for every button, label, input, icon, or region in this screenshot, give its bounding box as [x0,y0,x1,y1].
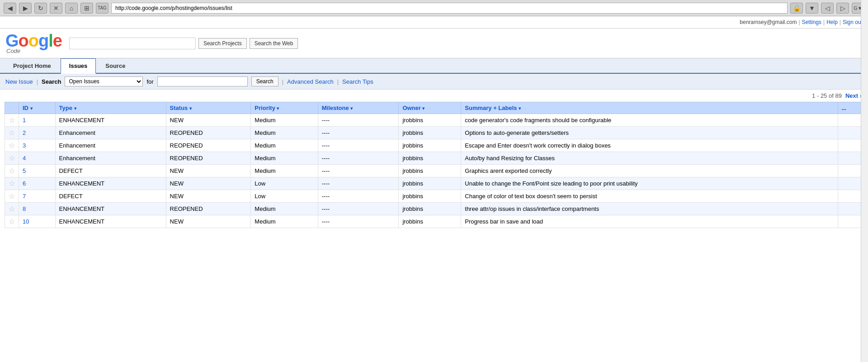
table-row: ☆ 6 ENHANCEMENT NEW Low ---- jrobbins Un… [5,177,863,190]
stop-button[interactable]: ✕ [50,3,62,14]
issue-summary: three attr/op issues in class/interface … [461,203,838,215]
signout-link[interactable]: Sign out [843,19,863,25]
issue-status: NEW [166,165,251,177]
forward-button[interactable]: ▶ [19,3,32,14]
tab-issues[interactable]: Issues [61,58,96,74]
pagination-range: 1 - 25 of 89 [812,92,842,99]
issue-owner: jrobbins [399,190,461,203]
issue-owner: jrobbins [399,203,461,215]
col-star [5,102,19,114]
advanced-search-link[interactable]: Advanced Search [287,78,334,85]
issue-id-link[interactable]: 3 [23,142,26,149]
help-link[interactable]: Help [826,19,838,25]
col-id[interactable]: ID ▾ [19,102,56,114]
issue-milestone: ---- [318,215,399,228]
back-button[interactable]: ◀ [4,3,16,14]
issue-type: DEFECT [55,190,166,203]
search-web-button[interactable]: Search the Web [250,38,298,49]
issue-id-link[interactable]: 2 [23,129,26,136]
star-cell[interactable]: ☆ [5,215,19,228]
star-cell[interactable]: ☆ [5,127,19,139]
issue-id: 8 [19,203,56,215]
global-search-input[interactable] [69,38,196,49]
issue-id-link[interactable]: 6 [23,180,26,187]
home-button[interactable]: ⌂ [65,3,78,14]
issue-id-link[interactable]: 10 [23,218,29,225]
ssl-icon: 🔒 [790,3,803,14]
address-bar[interactable] [111,3,788,14]
scrollbar[interactable] [861,0,868,228]
issue-owner: jrobbins [399,177,461,190]
user-info: benramsey@gmail.com | Settings | Help | … [740,19,863,25]
table-row: ☆ 5 DEFECT NEW Medium ---- jrobbins Grap… [5,165,863,177]
col-priority[interactable]: Priority ▾ [251,102,318,114]
star-icon[interactable]: ☆ [9,180,15,187]
star-cell[interactable]: ☆ [5,203,19,215]
issue-id: 10 [19,215,56,228]
nav-prev[interactable]: ◁ [821,3,834,14]
nav-next[interactable]: ▷ [836,3,849,14]
issue-id-link[interactable]: 1 [23,117,26,124]
col-summary[interactable]: Summary + Labels ▾ [461,102,838,114]
tab-source[interactable]: Source [97,58,134,73]
star-cell[interactable]: ☆ [5,114,19,127]
star-icon[interactable]: ☆ [9,192,15,200]
col-owner[interactable]: Owner ▾ [399,102,461,114]
col-status[interactable]: Status ▾ [166,102,251,114]
search-tips-link[interactable]: Search Tips [342,78,373,85]
browser-chrome: ◀ ▶ ↻ ✕ ⌂ ⊞ TAG 🔒 ▼ ◁ ▷ G▼ [0,0,868,16]
issue-priority: Medium [251,165,318,177]
col-type[interactable]: Type ▾ [55,102,166,114]
star-cell[interactable]: ☆ [5,165,19,177]
issue-milestone: ---- [318,203,399,215]
issue-search-input[interactable] [157,76,248,86]
go-button[interactable]: ▼ [806,3,818,14]
star-icon[interactable]: ☆ [9,154,15,162]
issue-status: REOPENED [166,139,251,152]
tab-project-home[interactable]: Project Home [5,58,60,73]
star-icon[interactable]: ☆ [9,142,15,149]
star-icon[interactable]: ☆ [9,167,15,175]
issue-status: NEW [166,177,251,190]
star-icon[interactable]: ☆ [9,218,15,225]
issue-more [838,215,863,228]
issue-status: REOPENED [166,203,251,215]
star-cell[interactable]: ☆ [5,177,19,190]
issue-id-link[interactable]: 7 [23,193,26,200]
table-header-row: ID ▾ Type ▾ Status ▾ Priority ▾ Mileston… [5,102,863,114]
star-cell[interactable]: ☆ [5,139,19,152]
issue-id-link[interactable]: 4 [23,155,26,162]
star-icon[interactable]: ☆ [9,129,15,137]
tag-button[interactable]: TAG [96,3,108,14]
new-issue-link[interactable]: New Issue [5,78,33,85]
filter-select[interactable]: Open Issues All Issues Open and owned by… [65,76,143,86]
issue-id: 3 [19,139,56,152]
star-icon[interactable]: ☆ [9,205,15,213]
refresh-button[interactable]: ↻ [34,3,47,14]
issue-id-link[interactable]: 8 [23,205,26,212]
issue-summary: code generator's code fragments should b… [461,114,838,127]
issue-id-link[interactable]: 5 [23,167,26,174]
col-milestone[interactable]: Milestone ▾ [318,102,399,114]
issue-milestone: ---- [318,177,399,190]
issue-id: 6 [19,177,56,190]
issue-more [838,139,863,152]
col-more[interactable]: ... [838,102,863,114]
issue-milestone: ---- [318,114,399,127]
table-row: ☆ 10 ENHANCEMENT NEW Medium ---- jrobbin… [5,215,863,228]
pagination-next[interactable]: Next › [845,92,862,99]
search-projects-button[interactable]: Search Projects [198,38,247,49]
star-icon[interactable]: ☆ [9,116,15,124]
settings-link[interactable]: Settings [802,19,821,25]
search-label: Search [42,78,61,85]
google-code-text: Code [6,48,20,54]
issue-milestone: ---- [318,165,399,177]
star-cell[interactable]: ☆ [5,152,19,165]
issue-more [838,190,863,203]
issue-more [838,203,863,215]
issue-priority: Medium [251,127,318,139]
star-cell[interactable]: ☆ [5,190,19,203]
logo-search-row: Google Code Search Projects Search the W… [0,29,868,58]
tabs-button[interactable]: ⊞ [80,3,93,14]
issue-search-button[interactable]: Search [251,76,278,86]
